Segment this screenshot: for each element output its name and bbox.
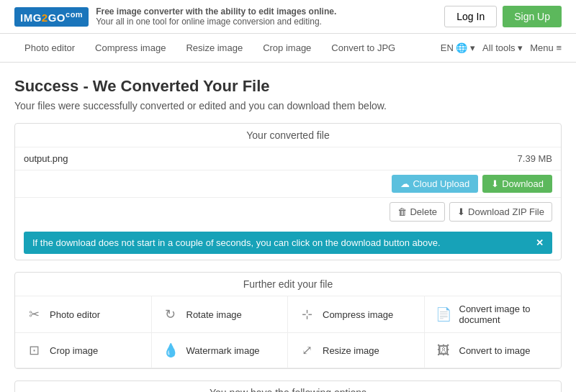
edit-item-label: Crop image	[50, 345, 98, 356]
logo-tagline: Free image converter with the ability to…	[96, 6, 336, 27]
secondary-actions-row: 🗑 Delete ⬇ Download ZIP File	[15, 198, 561, 226]
crop-icon: ⊡	[24, 340, 44, 360]
converted-box-title: Your converted file	[15, 124, 561, 147]
tagline-line2: Your all in one tool for online image co…	[96, 17, 336, 27]
edit-item-label: Watermark image	[186, 345, 260, 356]
edit-item-convert-doc[interactable]: 📄 Convert image to document	[425, 296, 562, 333]
page-subtitle: Your files were successfully converted o…	[14, 100, 562, 111]
edit-item-watermark[interactable]: 💧 Watermark image	[152, 333, 289, 368]
edit-item-compress[interactable]: ⊹ Compress image	[288, 296, 425, 333]
edit-item-label: Convert to image	[459, 345, 531, 356]
download-icon: ⬇	[491, 178, 499, 189]
nav-photo-editor[interactable]: Photo editor	[14, 34, 85, 62]
menu-icon: ≡	[556, 42, 562, 53]
edit-item-rotate[interactable]: ↻ Rotate image	[152, 296, 289, 333]
trash-icon: 🗑	[397, 206, 407, 217]
actions-row: ☁ Cloud Upload ⬇ Download	[15, 170, 561, 198]
converted-file-box: Your converted file output.png 7.39 MB ☁…	[14, 123, 562, 260]
compress-icon: ⊹	[297, 304, 317, 324]
nav-crop-image[interactable]: Crop image	[253, 34, 321, 62]
cloud-upload-button[interactable]: ☁ Cloud Upload	[392, 175, 478, 193]
main-content: Success - We Converted Your File Your fi…	[0, 63, 576, 392]
edit-item-crop[interactable]: ⊡ Crop image	[15, 333, 152, 368]
logo: IMG2GOcom Free image converter with the …	[14, 6, 336, 27]
chevron-down-icon: ▾	[518, 42, 523, 53]
navigation: Photo editor Compress image Resize image…	[0, 34, 576, 63]
language-selector[interactable]: EN 🌐 ▾	[441, 42, 475, 53]
edit-item-label: Rotate image	[186, 309, 242, 320]
logo-two: 2	[42, 12, 48, 24]
signup-button[interactable]: Sign Up	[503, 6, 562, 27]
image-icon: 🖼	[433, 340, 454, 360]
nav-compress-image[interactable]: Compress image	[85, 34, 176, 62]
edit-item-label: Photo editor	[50, 309, 100, 320]
edit-item-photo-editor[interactable]: ✂ Photo editor	[15, 296, 152, 333]
edit-item-resize[interactable]: ⤢ Resize image	[288, 333, 425, 368]
rotate-icon: ↻	[161, 304, 181, 324]
photo-editor-icon: ✂	[24, 304, 44, 324]
nav-right: EN 🌐 ▾ All tools ▾ Menu ≡	[441, 42, 562, 53]
all-tools-menu[interactable]: All tools ▾	[482, 42, 523, 53]
header-buttons: Log In Sign Up	[444, 6, 562, 27]
globe-icon: 🌐 ▾	[456, 42, 475, 53]
login-button[interactable]: Log In	[444, 6, 497, 27]
file-name: output.png	[24, 153, 68, 164]
main-menu[interactable]: Menu ≡	[530, 42, 562, 53]
nav-links: Photo editor Compress image Resize image…	[14, 34, 405, 62]
download-zip-button[interactable]: ⬇ Download ZIP File	[449, 202, 552, 222]
logo-box: IMG2GOcom	[14, 7, 89, 27]
edit-grid: ✂ Photo editor ↻ Rotate image ⊹ Compress…	[15, 296, 561, 368]
delete-button[interactable]: 🗑 Delete	[390, 202, 445, 222]
options-box-title: You now have the following options	[15, 381, 561, 392]
header: IMG2GOcom Free image converter with the …	[0, 0, 576, 34]
edit-item-label: Resize image	[323, 345, 379, 356]
edit-box: Further edit your file ✂ Photo editor ↻ …	[14, 272, 562, 369]
file-row: output.png 7.39 MB	[15, 147, 561, 170]
watermark-icon: 💧	[161, 340, 181, 360]
doc-icon: 📄	[433, 304, 454, 324]
edit-item-convert-image[interactable]: 🖼 Convert to image	[425, 333, 562, 368]
info-banner-text: If the download does not start in a coup…	[32, 237, 441, 248]
edit-item-label: Convert image to document	[459, 304, 553, 325]
tagline-line1: Free image converter with the ability to…	[96, 6, 336, 17]
nav-resize-image[interactable]: Resize image	[176, 34, 253, 62]
options-box: You now have the following options Using…	[14, 380, 562, 392]
nav-convert-jpg[interactable]: Convert to JPG	[321, 34, 405, 62]
info-banner-close[interactable]: ✕	[536, 237, 544, 248]
resize-icon: ⤢	[297, 340, 317, 360]
edit-item-label: Compress image	[323, 309, 393, 320]
file-size: 7.39 MB	[518, 153, 552, 164]
cloud-icon: ☁	[400, 178, 410, 189]
info-banner: If the download does not start in a coup…	[24, 232, 552, 254]
logo-go: com	[66, 10, 83, 19]
zip-icon: ⬇	[457, 206, 465, 217]
edit-box-title: Further edit your file	[15, 273, 561, 296]
page-title: Success - We Converted Your File	[14, 77, 562, 96]
download-button[interactable]: ⬇ Download	[482, 175, 552, 193]
